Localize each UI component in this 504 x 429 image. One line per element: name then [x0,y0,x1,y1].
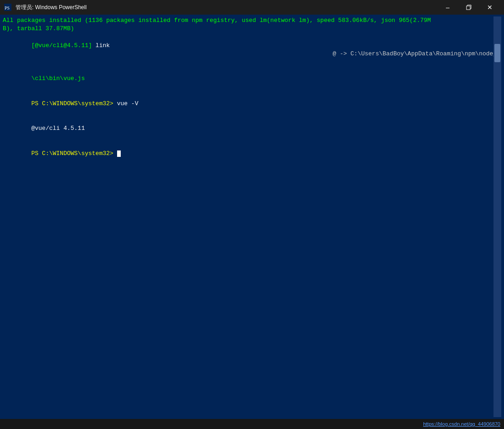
bottom-bar: https://blog.csdn.net/qq_44906870 [0,419,504,429]
restore-button[interactable] [458,0,479,15]
csdn-link[interactable]: https://blog.csdn.net/qq_44906870 [423,421,500,427]
svg-text:PS: PS [5,5,10,11]
app-icon: PS [4,3,12,11]
terminal-body[interactable]: All packages installed (1136 packages in… [0,15,504,419]
cursor [117,150,121,157]
close-button[interactable]: ✕ [479,0,500,15]
minimize-button[interactable]: – [437,0,458,15]
terminal-line-6: @vue/cli 4.5.11 [3,116,493,141]
terminal-line-4: \cli\bin\vue.js [3,66,493,91]
window-controls: – ✕ [437,0,500,15]
scrollbar-thumb[interactable] [494,44,500,62]
terminal-content: All packages installed (1136 packages in… [3,16,493,417]
terminal-line-3: [@vue/cli@4.5.11] link @ -> C:\Users\Bad… [3,33,493,66]
window-title: 管理员: Windows PowerShell [16,4,437,11]
scrollbar[interactable] [493,16,501,417]
terminal-line-7: PS C:\WINDOWS\system32> [3,141,493,166]
terminal-line-1: All packages installed (1136 packages in… [3,16,493,25]
svg-rect-2 [466,6,470,10]
powershell-window: PS 管理员: Windows PowerShell – ✕ All packa… [0,0,504,429]
titlebar: PS 管理员: Windows PowerShell – ✕ [0,0,504,15]
terminal-line-2: B), tarball 37.87MB) [3,25,493,33]
terminal-line-5: PS C:\WINDOWS\system32> vue -V [3,91,493,117]
